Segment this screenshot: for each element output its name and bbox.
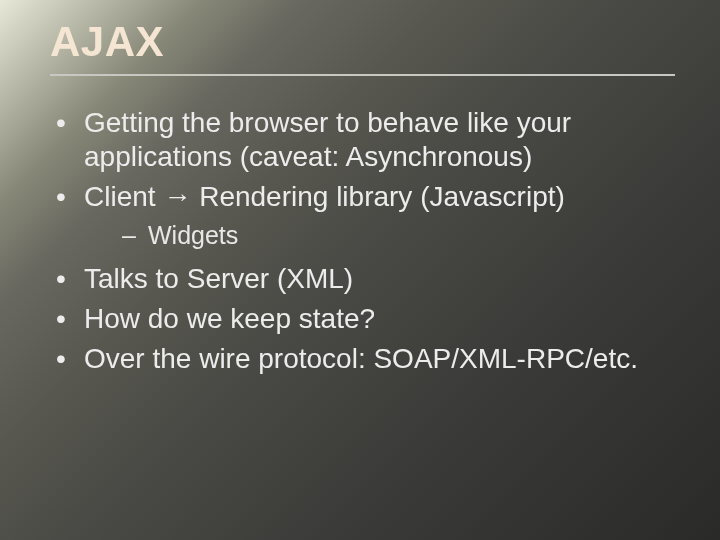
bullet-text-pre: Client — [84, 181, 163, 212]
bullet-item: Over the wire protocol: SOAP/XML-RPC/etc… — [50, 342, 680, 376]
sub-bullet-item: Widgets — [122, 220, 680, 251]
bullet-list: Getting the browser to behave like your … — [50, 106, 680, 376]
bullet-text: Over the wire protocol: SOAP/XML-RPC/etc… — [84, 343, 638, 374]
bullet-item: Getting the browser to behave like your … — [50, 106, 680, 174]
bullet-item: How do we keep state? — [50, 302, 680, 336]
bullet-text: How do we keep state? — [84, 303, 375, 334]
bullet-item: Client → Rendering library (Javascript) … — [50, 180, 680, 251]
bullet-item: Talks to Server (XML) — [50, 262, 680, 296]
bullet-text-post: Rendering library (Javascript) — [191, 181, 564, 212]
title-rule — [50, 74, 675, 76]
bullet-text: Getting the browser to behave like your … — [84, 107, 571, 172]
slide-title: AJAX — [50, 18, 680, 66]
arrow-icon: → — [163, 181, 191, 212]
sub-bullet-text: Widgets — [148, 221, 238, 249]
sub-bullet-list: Widgets — [84, 220, 680, 251]
slide: AJAX Getting the browser to behave like … — [0, 0, 720, 540]
bullet-text: Talks to Server (XML) — [84, 263, 353, 294]
